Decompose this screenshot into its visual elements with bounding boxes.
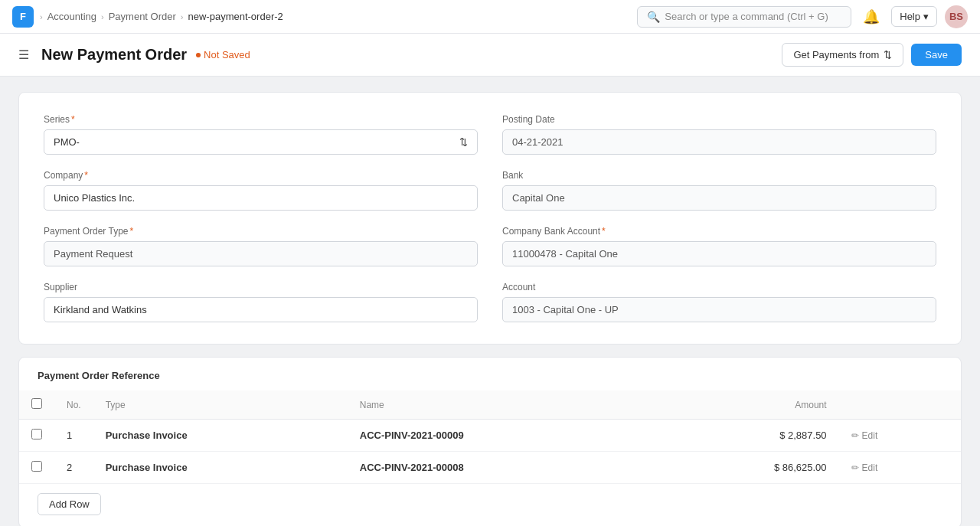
col-amount: Amount — [655, 390, 839, 420]
breadcrumb: › Accounting › Payment Order › new-payme… — [40, 11, 283, 22]
series-group: Series* PMO- ⇅ — [44, 114, 478, 155]
search-box[interactable]: 🔍 Search or type a command (Ctrl + G) — [637, 6, 851, 28]
search-icon: 🔍 — [647, 11, 660, 23]
header-actions: Get Payments from ⇅ Save — [782, 43, 962, 67]
get-payments-button[interactable]: Get Payments from ⇅ — [782, 43, 903, 67]
col-actions — [839, 390, 961, 420]
series-label: Series* — [44, 114, 478, 125]
row-2-type: Purchase Invoice — [93, 452, 348, 484]
row-2-edit-cell: ✏ Edit — [839, 452, 961, 484]
col-type: Type — [93, 390, 348, 420]
breadcrumb-accounting[interactable]: Accounting — [47, 11, 96, 22]
status-text: Not Saved — [204, 49, 250, 60]
series-value: PMO- — [54, 136, 80, 148]
series-chevron-icon: ⇅ — [459, 136, 468, 148]
col-no: No. — [54, 390, 93, 420]
pencil-icon: ✏ — [851, 430, 859, 441]
pencil-icon: ✏ — [851, 462, 859, 473]
notification-button[interactable]: 🔔 — [859, 5, 884, 29]
row-2-edit-link[interactable]: ✏ Edit — [851, 462, 949, 473]
table-card: Payment Order Reference No. Type Name Am… — [18, 357, 962, 526]
account-label: Account — [502, 282, 936, 292]
supplier-label: Supplier — [44, 282, 478, 292]
payment-order-table: No. Type Name Amount 1 Purchase Invoice … — [19, 390, 961, 484]
breadcrumb-sep-0: › — [40, 12, 43, 21]
bank-input[interactable]: Capital One — [502, 185, 936, 211]
table-header: No. Type Name Amount — [19, 390, 961, 420]
posting-date-group: Posting Date 04-21-2021 — [502, 114, 936, 155]
breadcrumb-current: new-payment-order-2 — [188, 11, 283, 22]
row-2-name: ACC-PINV-2021-00008 — [348, 452, 655, 484]
help-label: Help — [900, 11, 920, 22]
status-dot — [196, 53, 201, 57]
bank-account-required: * — [602, 226, 606, 237]
breadcrumb-payment-order[interactable]: Payment Order — [109, 11, 176, 22]
posting-date-label: Posting Date — [502, 114, 936, 125]
series-select[interactable]: PMO- ⇅ — [44, 129, 478, 155]
table-header-row: No. Type Name Amount — [19, 390, 961, 420]
row-2-checkbox[interactable] — [31, 461, 42, 472]
breadcrumb-sep-2: › — [181, 12, 184, 21]
row-1-amount: $ 2,887.50 — [655, 420, 839, 452]
row-1-checkbox-cell — [19, 420, 54, 452]
account-input[interactable]: 1003 - Capital One - UP — [502, 297, 936, 322]
topnav: F › Accounting › Payment Order › new-pay… — [0, 0, 980, 34]
page-title: New Payment Order — [41, 46, 187, 64]
row-2-checkbox-cell — [19, 452, 54, 484]
row-2-amount: $ 86,625.00 — [655, 452, 839, 484]
hamburger-icon[interactable]: ☰ — [18, 47, 29, 62]
search-placeholder: Search or type a command (Ctrl + G) — [665, 11, 828, 22]
chevron-icon: ⇅ — [884, 49, 892, 60]
bank-label: Bank — [502, 170, 936, 181]
row-1-name: ACC-PINV-2021-00009 — [348, 420, 655, 452]
account-group: Account 1003 - Capital One - UP — [502, 282, 936, 322]
company-input[interactable]: Unico Plastics Inc. — [44, 185, 478, 211]
payment-order-type-group: Payment Order Type* Payment Request — [44, 226, 478, 266]
row-2-no: 2 — [54, 452, 93, 484]
row-1-no: 1 — [54, 420, 93, 452]
supplier-group: Supplier Kirkland and Watkins — [44, 282, 478, 322]
page-header: ☰ New Payment Order Not Saved Get Paymen… — [0, 34, 980, 77]
get-payments-label: Get Payments from — [793, 49, 879, 60]
table-row: 2 Purchase Invoice ACC-PINV-2021-00008 $… — [19, 452, 961, 484]
breadcrumb-sep-1: › — [101, 12, 104, 21]
series-required: * — [71, 114, 75, 125]
app-logo[interactable]: F — [12, 6, 34, 28]
payment-order-type-input[interactable]: Payment Request — [44, 241, 478, 266]
status-badge: Not Saved — [196, 49, 250, 60]
table-row: 1 Purchase Invoice ACC-PINV-2021-00009 $… — [19, 420, 961, 452]
row-1-edit-cell: ✏ Edit — [839, 420, 961, 452]
company-bank-account-input[interactable]: 11000478 - Capital One — [502, 241, 936, 266]
company-required: * — [84, 170, 88, 181]
table-section-title: Payment Order Reference — [19, 358, 961, 381]
company-bank-account-label: Company Bank Account* — [502, 226, 936, 237]
col-name: Name — [348, 390, 655, 420]
row-1-edit-link[interactable]: ✏ Edit — [851, 430, 949, 441]
select-all-checkbox[interactable] — [31, 398, 42, 409]
chevron-down-icon: ▾ — [923, 11, 929, 22]
table-body: 1 Purchase Invoice ACC-PINV-2021-00009 $… — [19, 420, 961, 484]
payment-type-required: * — [130, 226, 134, 237]
form-card: Series* PMO- ⇅ Posting Date 04-21-2021 C… — [18, 92, 962, 345]
posting-date-input[interactable]: 04-21-2021 — [502, 129, 936, 155]
select-all-col — [19, 390, 54, 420]
row-1-checkbox[interactable] — [31, 429, 42, 439]
payment-order-type-label: Payment Order Type* — [44, 226, 478, 237]
avatar[interactable]: BS — [945, 5, 968, 28]
form-grid: Series* PMO- ⇅ Posting Date 04-21-2021 C… — [44, 114, 936, 322]
add-row-button[interactable]: Add Row — [38, 493, 101, 515]
topnav-right: 🔍 Search or type a command (Ctrl + G) 🔔 … — [637, 5, 968, 29]
row-1-type: Purchase Invoice — [93, 420, 348, 452]
company-bank-account-group: Company Bank Account* 11000478 - Capital… — [502, 226, 936, 266]
supplier-input[interactable]: Kirkland and Watkins — [44, 297, 478, 322]
help-button[interactable]: Help ▾ — [891, 6, 937, 27]
bank-group: Bank Capital One — [502, 170, 936, 211]
main-content: Series* PMO- ⇅ Posting Date 04-21-2021 C… — [0, 77, 980, 526]
company-group: Company* Unico Plastics Inc. — [44, 170, 478, 211]
save-button[interactable]: Save — [911, 44, 962, 66]
company-label: Company* — [44, 170, 478, 181]
